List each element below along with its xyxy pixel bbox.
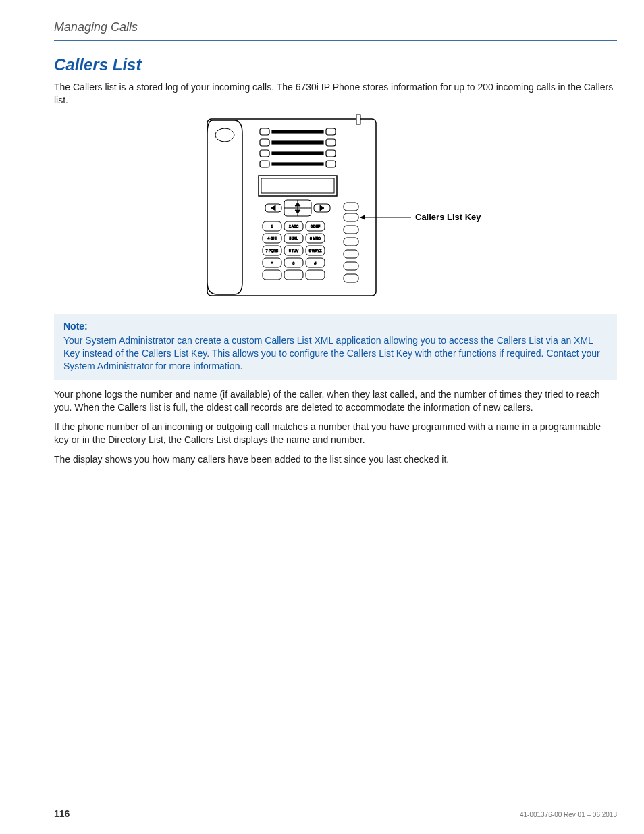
svg-text:8 TUV: 8 TUV xyxy=(289,249,299,253)
breadcrumb: Managing Calls xyxy=(54,20,138,34)
svg-text:9 WXYZ: 9 WXYZ xyxy=(309,249,322,253)
svg-rect-16 xyxy=(261,178,334,193)
svg-point-1 xyxy=(215,128,234,142)
paragraph-2: If the phone number of an incoming or ou… xyxy=(54,421,617,446)
svg-rect-52 xyxy=(306,270,325,280)
svg-rect-56 xyxy=(344,238,358,246)
svg-rect-5 xyxy=(326,128,336,135)
phone-illustration-svg: 1 2 ABC 3 DEF 4 GHI 5 JKL 6 MNO 7 PQRS 8… xyxy=(160,113,511,303)
note-box: Note: Your System Administrator can crea… xyxy=(54,314,617,381)
svg-text:#: # xyxy=(315,261,317,265)
svg-rect-11 xyxy=(326,150,336,157)
svg-rect-9 xyxy=(260,150,269,157)
svg-rect-59 xyxy=(344,274,358,282)
phone-figure: 1 2 ABC 3 DEF 4 GHI 5 JKL 6 MNO 7 PQRS 8… xyxy=(54,113,617,305)
svg-rect-58 xyxy=(344,262,358,270)
svg-rect-3 xyxy=(260,128,269,135)
svg-text:3 DEF: 3 DEF xyxy=(311,224,320,228)
svg-rect-7 xyxy=(272,141,323,144)
svg-rect-50 xyxy=(263,270,281,280)
paragraph-1: Your phone logs the number and name (if … xyxy=(54,388,617,414)
svg-rect-8 xyxy=(326,139,336,146)
svg-rect-4 xyxy=(272,130,323,133)
svg-rect-13 xyxy=(272,163,323,165)
svg-text:5 JKL: 5 JKL xyxy=(290,236,298,240)
page-footer: 116 41-001376-00 Rev 01 – 06.2013 xyxy=(54,808,617,819)
note-body: Your System Administrator can create a c… xyxy=(63,334,608,373)
page-number: 116 xyxy=(54,808,70,819)
page-header: Managing Calls xyxy=(54,20,617,41)
svg-text:0: 0 xyxy=(293,261,295,265)
svg-rect-51 xyxy=(284,270,303,280)
svg-rect-14 xyxy=(326,161,336,167)
svg-rect-53 xyxy=(344,203,358,211)
document-id: 41-001376-00 Rev 01 – 06.2013 xyxy=(520,811,617,818)
svg-text:6 MNO: 6 MNO xyxy=(310,236,321,240)
figure-callout-label: Callers List Key xyxy=(415,212,481,222)
svg-text:7 PQRS: 7 PQRS xyxy=(266,249,279,253)
intro-paragraph: The Callers list is a stored log of your… xyxy=(54,81,617,107)
svg-rect-54 xyxy=(344,213,358,221)
svg-rect-10 xyxy=(272,152,323,155)
svg-rect-55 xyxy=(344,226,358,234)
svg-rect-12 xyxy=(260,161,269,167)
svg-rect-6 xyxy=(260,139,269,146)
svg-text:1: 1 xyxy=(271,224,273,228)
paragraph-3: The display shows you how many callers h… xyxy=(54,453,617,466)
svg-text:2 ABC: 2 ABC xyxy=(289,224,299,228)
svg-rect-2 xyxy=(356,115,360,124)
svg-text:*: * xyxy=(271,261,273,265)
svg-rect-57 xyxy=(344,250,358,258)
svg-text:4 GHI: 4 GHI xyxy=(267,236,276,240)
section-title: Callers List xyxy=(54,55,617,74)
note-title: Note: xyxy=(63,321,608,332)
